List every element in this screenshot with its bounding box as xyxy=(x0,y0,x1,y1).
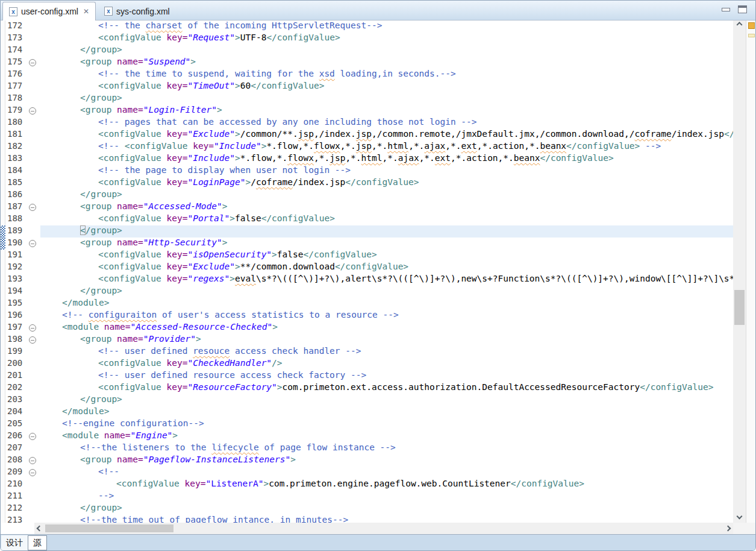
folding-ruler xyxy=(28,20,40,523)
fold-collapse-icon[interactable] xyxy=(29,469,36,476)
horizontal-scrollbar[interactable] xyxy=(34,523,733,534)
code-line[interactable]: <configValue key="TimeOut">60</configVal… xyxy=(40,81,733,93)
code-line[interactable]: <!--engine configuration--> xyxy=(40,418,733,430)
fold-row xyxy=(28,370,40,382)
fold-collapse-icon[interactable] xyxy=(29,336,36,344)
code-line[interactable]: <group name="Login-Filter"> xyxy=(40,105,733,117)
code-line[interactable]: <group name="Suspend"> xyxy=(40,57,733,69)
code-token: jsp xyxy=(356,129,372,139)
fold-row xyxy=(28,45,40,57)
code-line[interactable]: <group name="Http-Security"> xyxy=(40,238,733,250)
code-token: coframe xyxy=(635,129,672,139)
fold-collapse-icon[interactable] xyxy=(29,107,36,115)
code-line[interactable]: <!-- xyxy=(40,467,733,479)
line-number: 187 xyxy=(5,201,28,213)
scroll-up-button[interactable] xyxy=(733,20,746,31)
bottom-tab-source[interactable]: 源 xyxy=(28,535,47,550)
code-token: coframe xyxy=(256,177,293,187)
code-line[interactable]: <configValue key="Request">UTF-8</config… xyxy=(40,33,733,45)
code-line[interactable]: <!-- the page to display when user not l… xyxy=(40,165,733,177)
code-token: --> xyxy=(98,491,114,500)
horizontal-scroll-thumb[interactable] xyxy=(45,524,173,532)
code-token: "Include" xyxy=(214,141,261,151)
code-line[interactable]: <!-- configuraiton of user's access stat… xyxy=(40,310,733,322)
code-line[interactable]: <configValue key="regexs">eval\s*?\(([^\… xyxy=(40,274,733,286)
vertical-scrollbar[interactable] xyxy=(733,20,746,523)
code-line[interactable]: <!-- pages that can be accessed by any o… xyxy=(40,117,733,129)
code-line[interactable]: <group name="Pageflow-InstanceListeners"… xyxy=(40,455,733,467)
code-line[interactable]: <configValue key="CheckedHandler"/> xyxy=(40,358,733,370)
fold-collapse-icon[interactable] xyxy=(29,324,36,332)
code-token: "Include" xyxy=(187,153,235,163)
vertical-scroll-thumb[interactable] xyxy=(734,290,745,325)
fold-collapse-icon[interactable] xyxy=(29,204,36,211)
code-token: html xyxy=(387,141,408,151)
maximize-button[interactable] xyxy=(738,5,747,13)
code-line[interactable]: <configValue key="ListenerA">com.primeto… xyxy=(40,479,733,491)
code-token: intance xyxy=(233,515,269,523)
code-token: / xyxy=(251,177,256,187)
line-number: 200 xyxy=(5,358,28,370)
code-line[interactable]: <!-- <configValue key="Include">*.flow,*… xyxy=(40,141,733,153)
code-line[interactable]: </group> xyxy=(40,189,733,201)
code-line[interactable]: <!--the time out of pageflow intance, in… xyxy=(40,515,733,523)
fold-collapse-icon[interactable] xyxy=(29,433,36,440)
code-line[interactable]: </group> xyxy=(40,93,733,105)
code-token: xsd xyxy=(319,69,335,78)
fold-collapse-icon[interactable] xyxy=(29,240,36,247)
line-number: 198 xyxy=(5,334,28,346)
scroll-left-button[interactable] xyxy=(34,523,45,534)
tab-user-config-xml[interactable]: x user-config.xml ✕ xyxy=(2,2,96,20)
bottom-tab-design[interactable]: 设计 xyxy=(1,535,28,550)
code-token: </configValue> xyxy=(511,479,584,488)
line-number: 189 xyxy=(5,225,28,238)
close-icon[interactable]: ✕ xyxy=(83,8,89,15)
code-line[interactable]: <!-- user defined resource access check … xyxy=(40,370,733,382)
code-token: ,*. xyxy=(408,141,424,151)
code-line[interactable]: </group> xyxy=(40,45,733,57)
code-token: key= xyxy=(167,129,188,139)
code-line[interactable]: <group name="Accessed-Mode"> xyxy=(40,201,733,213)
code-line[interactable]: --> xyxy=(40,491,733,503)
xml-source-editor[interactable]: 1721731741751761771781791801811821831841… xyxy=(1,20,733,523)
tab-sys-config-xml[interactable]: x sys-config.xml xyxy=(98,2,176,20)
code-line[interactable]: <configValue key="Exclude">**/common.dow… xyxy=(40,262,733,274)
code-line[interactable]: </group> xyxy=(40,225,733,238)
code-token: > xyxy=(277,382,283,392)
code-line[interactable]: <configValue key="Exclude">/common/**.js… xyxy=(40,129,733,141)
code-line[interactable]: <!-- the time to suspend, waiting for th… xyxy=(40,69,733,81)
code-line[interactable]: <configValue key="Include">*.flow,*.flow… xyxy=(40,153,733,165)
code-area[interactable]: <!-- the charset of the incoming HttpSer… xyxy=(40,20,733,523)
overview-annotation-marker[interactable] xyxy=(748,34,755,37)
code-line[interactable]: <group name="Provider"> xyxy=(40,334,733,346)
code-line[interactable]: <module name="Engine"> xyxy=(40,430,733,442)
code-line[interactable]: </module> xyxy=(40,298,733,310)
code-line[interactable]: <configValue key="isOpenSecurity">false<… xyxy=(40,250,733,262)
fold-collapse-icon[interactable] xyxy=(29,457,36,464)
code-token: UTF-8 xyxy=(240,33,267,42)
editor-window: x user-config.xml ✕ x sys-config.xml 172… xyxy=(0,0,756,551)
overview-annotation-header[interactable] xyxy=(748,22,755,29)
code-line[interactable]: </group> xyxy=(40,286,733,298)
fold-collapse-icon[interactable] xyxy=(29,59,36,66)
overview-ruler[interactable] xyxy=(746,20,756,523)
code-line[interactable]: <configValue key="Portal">false</configV… xyxy=(40,213,733,225)
code-token: 60 xyxy=(240,81,251,90)
code-line[interactable]: <module name="Accessed-Resource-Checked"… xyxy=(40,322,733,334)
code-line[interactable]: <!-- the charset of the incoming HttpSer… xyxy=(40,20,733,33)
code-line[interactable]: <!--the listeners to the lifecycle of pa… xyxy=(40,442,733,455)
scroll-down-button[interactable] xyxy=(733,511,746,521)
minimize-button[interactable] xyxy=(722,8,730,11)
code-token: <group xyxy=(80,57,117,66)
code-token: html xyxy=(361,153,383,163)
code-line[interactable]: </group> xyxy=(40,394,733,406)
code-line[interactable]: <configValue key="LoginPage">/coframe/in… xyxy=(40,177,733,189)
code-line[interactable]: </group> xyxy=(40,503,733,515)
code-line[interactable]: <!-- user defined resouce access check h… xyxy=(40,346,733,358)
code-line[interactable]: <configValue key="ResourceFactory">com.p… xyxy=(40,382,733,394)
code-token: key= xyxy=(167,358,188,368)
code-token: <configValue xyxy=(98,358,167,368)
code-line[interactable]: </module> xyxy=(40,406,733,418)
code-token: name= xyxy=(117,334,143,344)
scroll-right-button[interactable] xyxy=(723,523,733,534)
